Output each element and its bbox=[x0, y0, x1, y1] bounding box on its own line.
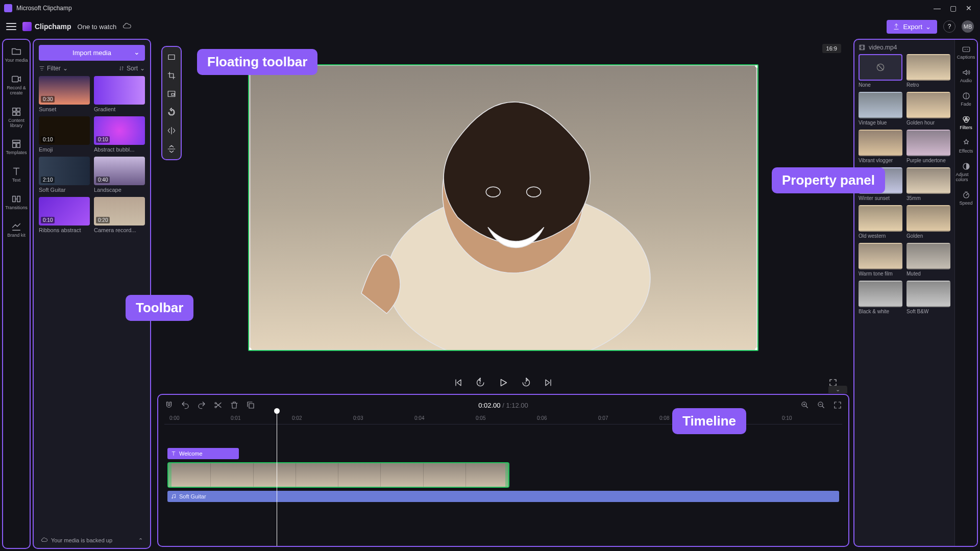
magnet-button[interactable] bbox=[164, 400, 174, 410]
rail-transitions[interactable]: Transitions bbox=[4, 191, 29, 213]
rotate-button[interactable] bbox=[165, 106, 178, 118]
property-tab-audio[interactable]: Audio bbox=[956, 66, 976, 85]
property-tab-speed[interactable]: Speed bbox=[956, 189, 976, 207]
filter-item[interactable]: Golden bbox=[906, 205, 950, 239]
rewind-5s-button[interactable]: 5 bbox=[475, 377, 487, 389]
filter-button[interactable]: Filter ⌄ bbox=[39, 65, 68, 72]
svg-rect-0 bbox=[12, 76, 18, 82]
zoom-out-button[interactable] bbox=[817, 400, 826, 410]
media-item[interactable]: 0:40Landscape bbox=[94, 157, 145, 193]
crop-button[interactable] bbox=[165, 69, 178, 82]
filter-item[interactable]: Old western bbox=[859, 205, 902, 239]
rail-templates[interactable]: Templates bbox=[4, 136, 29, 158]
music-icon bbox=[170, 493, 177, 499]
export-label: Export bbox=[903, 23, 922, 31]
aspect-ratio-badge[interactable]: 16:9 bbox=[822, 44, 841, 53]
property-tab-fade[interactable]: Fade bbox=[956, 90, 976, 108]
media-item[interactable]: 0:10Emoji bbox=[39, 116, 90, 153]
avatar[interactable]: MB bbox=[962, 20, 974, 33]
property-tab-filters[interactable]: Filters bbox=[956, 113, 976, 132]
media-item[interactable]: Gradient bbox=[94, 76, 145, 112]
filter-item[interactable]: Warm tone film bbox=[859, 243, 902, 277]
export-button[interactable]: Export ⌄ bbox=[887, 20, 937, 34]
playhead[interactable] bbox=[277, 409, 277, 546]
media-item[interactable]: 0:10Ribbons abstract bbox=[39, 197, 90, 233]
project-name[interactable]: One to watch bbox=[78, 23, 117, 31]
svg-rect-7 bbox=[17, 144, 20, 148]
filter-item[interactable]: 35mm bbox=[906, 167, 950, 201]
menu-button[interactable] bbox=[6, 23, 16, 30]
media-item[interactable]: 2:10Soft Guitar bbox=[39, 157, 90, 193]
skip-back-button[interactable] bbox=[452, 377, 464, 389]
zoom-in-button[interactable] bbox=[800, 400, 810, 410]
minimize-button[interactable]: — bbox=[934, 4, 941, 12]
rail-text[interactable]: Text bbox=[4, 164, 29, 185]
resize-handle[interactable] bbox=[248, 347, 252, 351]
media-item[interactable]: 0:10Abstract bubbl... bbox=[94, 116, 145, 153]
close-button[interactable]: ✕ bbox=[966, 4, 972, 12]
film-icon bbox=[859, 44, 866, 51]
video-preview[interactable] bbox=[248, 64, 758, 351]
brand-icon bbox=[22, 22, 32, 31]
sort-button[interactable]: Sort ⌄ bbox=[118, 65, 145, 72]
audio-clip[interactable]: Soft Guitar bbox=[167, 491, 839, 502]
delete-button[interactable] bbox=[230, 400, 239, 410]
flip-vertical-button[interactable] bbox=[165, 143, 178, 155]
chevron-up-icon[interactable]: ⌃ bbox=[138, 537, 143, 544]
resize-handle[interactable] bbox=[755, 64, 758, 68]
play-button[interactable] bbox=[497, 377, 509, 389]
title-bar: Microsoft Clipchamp — ▢ ✕ bbox=[0, 0, 980, 16]
ruler-tick: 0:10 bbox=[782, 415, 792, 421]
filter-item[interactable]: Purple undertone bbox=[906, 130, 950, 163]
split-button[interactable] bbox=[213, 400, 223, 410]
text-icon bbox=[170, 450, 177, 457]
floating-toolbar bbox=[161, 46, 182, 160]
forward-5s-button[interactable]: 5 bbox=[520, 377, 532, 389]
property-tab-captions[interactable]: Captions bbox=[956, 43, 976, 61]
duplicate-button[interactable] bbox=[246, 400, 255, 410]
svg-rect-5 bbox=[13, 140, 20, 143]
media-item[interactable]: 0:20Camera record... bbox=[94, 197, 145, 233]
filter-item[interactable]: Vibrant vlogger bbox=[859, 130, 902, 163]
property-tab-effects[interactable]: Effects bbox=[956, 137, 976, 155]
zoom-fit-button[interactable] bbox=[833, 400, 842, 410]
maximize-button[interactable]: ▢ bbox=[950, 4, 957, 12]
video-clip[interactable] bbox=[167, 462, 509, 488]
ruler-tick: 0:08 bbox=[659, 415, 669, 421]
flip-horizontal-button[interactable] bbox=[165, 124, 178, 137]
filter-item[interactable]: Muted bbox=[906, 243, 950, 277]
property-tab-adjust-colors[interactable]: Adjust colors bbox=[956, 160, 976, 184]
redo-button[interactable] bbox=[197, 400, 206, 410]
text-clip[interactable]: Welcome bbox=[167, 448, 239, 459]
cloud-sync-icon[interactable] bbox=[122, 22, 132, 31]
filter-item[interactable]: Vintage blue bbox=[859, 92, 902, 126]
svg-rect-1 bbox=[13, 108, 16, 111]
rail-your-media[interactable]: Your media bbox=[4, 44, 29, 65]
svg-point-15 bbox=[527, 187, 541, 197]
text-track[interactable]: Welcome bbox=[164, 448, 842, 459]
media-item[interactable]: 0:30Sunset bbox=[39, 76, 90, 112]
filter-item[interactable]: Soft B&W bbox=[906, 281, 950, 314]
rail-content-library[interactable]: Content library bbox=[4, 104, 29, 131]
filter-item[interactable]: None bbox=[859, 54, 902, 88]
fit-button[interactable] bbox=[165, 51, 178, 63]
help-button[interactable]: ? bbox=[943, 20, 955, 33]
callout-property-panel: Property panel bbox=[772, 167, 885, 193]
rail-record-create[interactable]: Record & create bbox=[4, 71, 29, 98]
video-track[interactable] bbox=[164, 462, 842, 488]
collapse-properties-button[interactable]: ⌄ bbox=[828, 386, 847, 393]
import-media-button[interactable]: Import media bbox=[39, 45, 145, 61]
audio-track[interactable]: Soft Guitar bbox=[164, 491, 842, 502]
callout-floating-toolbar: Floating toolbar bbox=[197, 49, 317, 75]
filter-item[interactable]: Black & white bbox=[859, 281, 902, 314]
preview-area: Floating toolbar 16:9 bbox=[153, 37, 853, 373]
svg-rect-2 bbox=[17, 108, 20, 111]
undo-button[interactable] bbox=[181, 400, 190, 410]
rail-brand-kit[interactable]: Brand kit bbox=[4, 219, 29, 240]
svg-rect-23 bbox=[860, 45, 864, 49]
skip-forward-button[interactable] bbox=[542, 377, 554, 389]
resize-handle[interactable] bbox=[755, 347, 758, 351]
filter-item[interactable]: Retro bbox=[906, 54, 950, 88]
filter-item[interactable]: Golden hour bbox=[906, 92, 950, 126]
pip-button[interactable] bbox=[165, 88, 178, 100]
